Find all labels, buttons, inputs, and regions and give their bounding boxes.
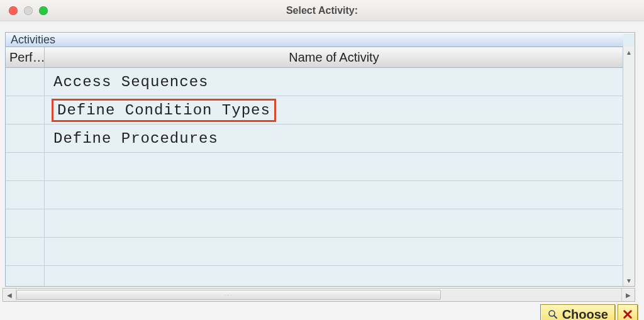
activity-name-cell[interactable]: [45, 238, 623, 265]
hscroll-track[interactable]: ···: [16, 289, 621, 301]
column-header-perf[interactable]: Perf…: [6, 47, 45, 67]
activity-name-cell[interactable]: [45, 209, 623, 237]
window-title: Select Activity:: [0, 5, 644, 16]
window-titlebar: Select Activity:: [0, 0, 644, 21]
table-row[interactable]: [6, 266, 623, 287]
activities-panel: Activities Perf… Name of Activity Access…: [5, 32, 635, 287]
vertical-scrollbar[interactable]: ▲ ▼: [623, 47, 635, 286]
table-row[interactable]: Access Sequences: [6, 68, 623, 96]
activity-name-label: Define Procedures: [53, 130, 218, 147]
scroll-right-arrow-icon[interactable]: ▶: [621, 289, 635, 301]
table-header-row: Perf… Name of Activity: [6, 47, 623, 68]
activity-name-cell[interactable]: [45, 181, 623, 209]
perf-cell[interactable]: [6, 68, 45, 96]
column-header-name[interactable]: Name of Activity: [45, 47, 623, 67]
svg-line-1: [554, 316, 557, 318]
table-row[interactable]: Define Procedures: [6, 124, 623, 153]
activity-name-label: Access Sequences: [53, 74, 208, 91]
button-bar: Choose: [0, 302, 644, 320]
hscroll-thumb[interactable]: ···: [16, 290, 441, 300]
window-body: Activities Perf… Name of Activity Access…: [0, 21, 644, 320]
activity-name-cell[interactable]: [45, 266, 623, 287]
table-row[interactable]: [6, 209, 623, 238]
activity-name-cell[interactable]: Define Condition Types: [45, 96, 623, 124]
close-window-button[interactable]: [9, 6, 18, 15]
minimize-window-button[interactable]: [24, 6, 33, 15]
table-row[interactable]: Define Condition Types: [6, 96, 623, 124]
perf-cell[interactable]: [6, 181, 45, 209]
table-body: Access SequencesDefine Condition TypesDe…: [6, 68, 623, 287]
horizontal-scrollbar[interactable]: ◀ ··· ▶: [3, 288, 635, 302]
vscroll-track[interactable]: [623, 58, 635, 275]
section-header: Activities: [6, 33, 623, 47]
choose-button-label: Choose: [562, 307, 608, 321]
scroll-up-arrow-icon[interactable]: ▲: [623, 47, 635, 58]
activity-name-label: Define Condition Types: [52, 99, 276, 122]
activity-name-cell[interactable]: Define Procedures: [45, 124, 623, 152]
cancel-icon: [622, 309, 633, 320]
search-icon: [547, 309, 558, 320]
scroll-left-arrow-icon[interactable]: ◀: [3, 289, 16, 301]
cancel-button[interactable]: [618, 304, 638, 320]
table-row[interactable]: [6, 238, 623, 266]
activity-name-cell[interactable]: [45, 153, 623, 180]
perf-cell[interactable]: [6, 96, 45, 124]
activity-name-cell[interactable]: Access Sequences: [45, 68, 623, 96]
scroll-down-arrow-icon[interactable]: ▼: [623, 275, 635, 286]
perf-cell[interactable]: [6, 124, 45, 152]
perf-cell[interactable]: [6, 209, 45, 237]
table-row[interactable]: [6, 181, 623, 209]
maximize-window-button[interactable]: [39, 6, 48, 15]
perf-cell[interactable]: [6, 238, 45, 265]
perf-cell[interactable]: [6, 153, 45, 180]
choose-button[interactable]: Choose: [540, 304, 615, 320]
table-row[interactable]: [6, 153, 623, 181]
section-title: Activities: [11, 33, 55, 47]
perf-cell[interactable]: [6, 266, 45, 287]
traffic-lights: [9, 6, 48, 15]
